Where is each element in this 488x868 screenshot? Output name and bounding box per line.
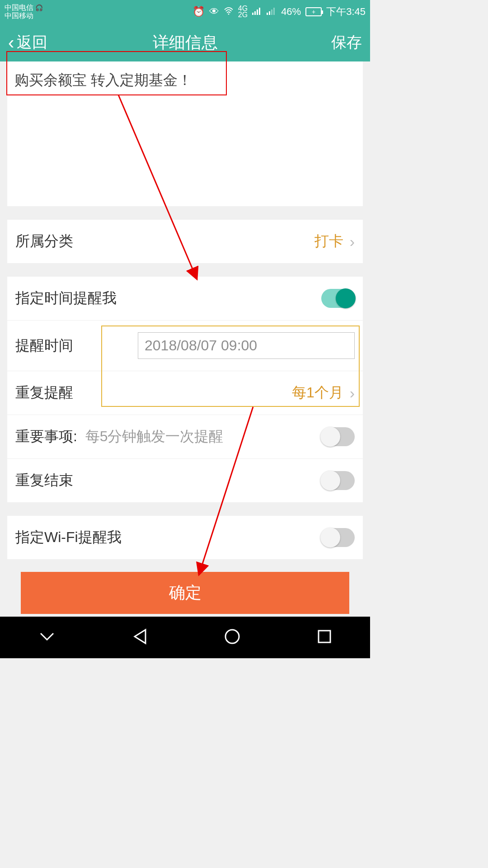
svg-rect-6: [269, 11, 270, 15]
status-bar: 中国电信🎧 中国移动 ⏰ 👁 4G 2G 46% + 下午3:45: [0, 0, 370, 24]
category-label: 所属分类: [15, 231, 73, 251]
repeat-label: 重复提醒: [15, 383, 73, 403]
nav-back-icon[interactable]: [132, 628, 147, 647]
page-title: 详细信息: [153, 32, 218, 54]
wifi-icon: [224, 6, 234, 18]
svg-rect-8: [273, 8, 275, 15]
svg-rect-7: [271, 9, 272, 15]
svg-rect-1: [252, 13, 253, 15]
svg-rect-2: [254, 11, 256, 15]
svg-point-11: [225, 630, 239, 643]
svg-rect-5: [267, 13, 268, 15]
wifi-row: 指定Wi-Fi提醒我: [7, 516, 363, 559]
carrier-1: 中国电信: [5, 4, 33, 11]
save-button[interactable]: 保存: [331, 32, 362, 53]
back-button[interactable]: ‹ 返回: [8, 32, 47, 53]
nav-hide-icon[interactable]: [38, 631, 56, 644]
category-row[interactable]: 所属分类 打卡 ›: [7, 220, 363, 263]
repeat-end-label: 重复结束: [15, 471, 73, 491]
signal-bars-icon: [252, 6, 262, 18]
status-indicators: ⏰ 👁 4G 2G 46% + 下午3:45: [192, 5, 366, 19]
category-card: 所属分类 打卡 ›: [7, 220, 363, 263]
svg-rect-12: [319, 631, 330, 642]
clock-time: 下午3:45: [326, 5, 366, 19]
carrier-labels: 中国电信🎧 中国移动: [5, 4, 43, 19]
carrier-2: 中国移动: [5, 12, 43, 20]
important-row: 重要事项: 每5分钟触发一次提醒: [7, 415, 363, 458]
important-label: 重要事项: 每5分钟触发一次提醒: [15, 427, 223, 447]
annotation-gold-box: [101, 326, 360, 407]
confirm-button[interactable]: 确定: [21, 572, 349, 614]
signal-bars-2-icon: [267, 6, 277, 18]
svg-point-0: [228, 14, 229, 15]
reminder-toggle-label: 指定时间提醒我: [15, 288, 117, 308]
wifi-label: 指定Wi-Fi提醒我: [15, 528, 122, 547]
repeat-end-toggle[interactable]: [321, 471, 355, 490]
svg-rect-4: [259, 8, 260, 15]
chevron-left-icon: ‹: [8, 33, 14, 52]
system-nav-bar: [0, 617, 370, 658]
svg-rect-3: [257, 9, 258, 15]
eye-icon: 👁: [209, 6, 219, 18]
chevron-right-icon: ›: [350, 233, 355, 250]
reminder-toggle-row: 指定时间提醒我: [7, 277, 363, 320]
category-value: 打卡: [314, 231, 343, 251]
back-label: 返回: [17, 32, 47, 53]
nav-recent-icon[interactable]: [317, 629, 332, 646]
repeat-end-row: 重复结束: [7, 458, 363, 502]
wifi-card: 指定Wi-Fi提醒我: [7, 516, 363, 559]
alarm-icon: ⏰: [192, 6, 205, 18]
important-desc: 每5分钟触发一次提醒: [85, 428, 224, 444]
reminder-toggle[interactable]: [321, 289, 355, 308]
signal-4g: 4G 2G: [238, 5, 248, 19]
battery-pct: 46%: [281, 6, 301, 18]
important-toggle[interactable]: [321, 427, 355, 446]
headset-icon: 🎧: [35, 5, 43, 11]
annotation-red-box: [6, 51, 227, 95]
reminder-time-label: 提醒时间: [15, 336, 73, 356]
nav-home-icon[interactable]: [224, 628, 241, 647]
wifi-toggle[interactable]: [321, 528, 355, 547]
battery-icon: +: [305, 7, 322, 16]
